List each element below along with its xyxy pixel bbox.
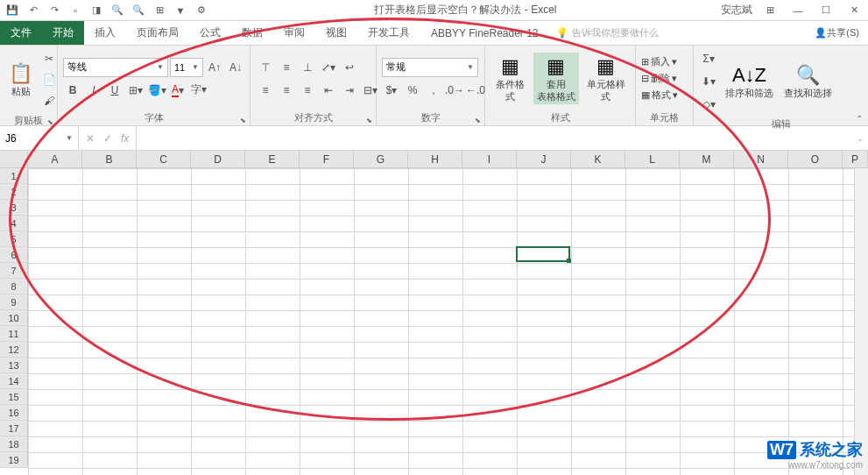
row-header[interactable]: 3 <box>0 200 28 216</box>
qat-item[interactable]: ▫ <box>67 2 84 19</box>
row-header[interactable]: 14 <box>0 373 28 389</box>
decrease-decimal-icon[interactable]: ←.0 <box>466 81 485 100</box>
row-header[interactable]: 4 <box>0 216 28 231</box>
qat-item[interactable]: ◨ <box>88 2 105 19</box>
row-header[interactable]: 10 <box>0 310 28 326</box>
minimize-icon[interactable]: — <box>787 2 808 19</box>
qat-item[interactable]: ⊞ <box>151 2 168 19</box>
column-header[interactable]: E <box>245 151 300 168</box>
font-size-combo[interactable]: 11▼ <box>170 58 203 77</box>
qat-item[interactable]: ⚙ <box>193 2 210 19</box>
tab-formulas[interactable]: 公式 <box>189 21 231 45</box>
orientation-icon[interactable]: ⤢▾ <box>319 58 338 77</box>
row-header[interactable]: 19 <box>0 452 28 468</box>
row-header[interactable]: 11 <box>0 326 28 342</box>
copy-icon[interactable]: 📄 <box>39 70 59 89</box>
row-header[interactable]: 16 <box>0 405 28 421</box>
tab-data[interactable]: 数据 <box>231 21 273 45</box>
comma-icon[interactable]: , <box>424 81 443 100</box>
conditional-format-button[interactable]: ▦ 条件格式 <box>490 53 530 103</box>
fill-color-icon[interactable]: 🪣▾ <box>147 81 166 100</box>
close-icon[interactable]: ✕ <box>843 2 864 19</box>
column-header[interactable]: D <box>191 151 245 168</box>
align-bottom-icon[interactable]: ⊥ <box>298 58 317 77</box>
currency-icon[interactable]: $▾ <box>382 81 401 100</box>
dialog-launcher-icon[interactable]: ⬊ <box>240 117 246 124</box>
column-header[interactable]: I <box>462 151 517 168</box>
delete-cells-button[interactable]: ⊟ 删除 ▾ <box>641 72 678 85</box>
row-header[interactable]: 1 <box>0 168 28 184</box>
borders-icon[interactable]: ⊞▾ <box>126 81 145 100</box>
tab-insert[interactable]: 插入 <box>84 21 126 45</box>
row-header[interactable]: 9 <box>0 294 28 310</box>
column-header[interactable]: N <box>734 151 788 168</box>
italic-button[interactable]: I <box>84 81 103 100</box>
select-all-corner[interactable] <box>0 151 28 168</box>
decrease-font-icon[interactable]: A↓ <box>226 58 245 77</box>
ribbon-options-icon[interactable]: ⊞ <box>759 2 780 19</box>
bold-button[interactable]: B <box>63 81 82 100</box>
row-header[interactable]: 15 <box>0 389 28 405</box>
insert-cells-button[interactable]: ⊞ 插入 ▾ <box>641 55 678 68</box>
row-header[interactable]: 8 <box>0 279 28 294</box>
qat-item[interactable]: 🔍 <box>130 2 147 19</box>
worksheet-grid[interactable]: ABCDEFGHIJKLMNOP 12345678910111213141516… <box>0 151 868 475</box>
autosum-icon[interactable]: Σ▾ <box>699 49 718 68</box>
tab-home[interactable]: 开始 <box>42 21 84 45</box>
tell-me-search[interactable]: 💡 告诉我你想要做什么 <box>549 21 807 45</box>
tab-view[interactable]: 视图 <box>315 21 357 45</box>
function-icon[interactable]: fx <box>121 132 129 145</box>
cancel-formula-icon[interactable]: ✕ <box>86 132 95 145</box>
format-painter-icon[interactable]: 🖌 <box>39 91 59 110</box>
column-header[interactable]: H <box>408 151 462 168</box>
decrease-indent-icon[interactable]: ⇤ <box>319 81 338 100</box>
column-header[interactable]: L <box>625 151 680 168</box>
filter-icon[interactable]: ▼ <box>172 2 189 19</box>
redo-icon[interactable]: ↷ <box>46 2 63 19</box>
tab-abbyy[interactable]: ABBYY FineReader 12 <box>420 21 549 45</box>
vertical-scrollbar[interactable] <box>854 168 868 475</box>
column-header[interactable]: F <box>300 151 354 168</box>
active-cell[interactable] <box>516 246 570 262</box>
column-header[interactable]: J <box>517 151 571 168</box>
align-left-icon[interactable]: ≡ <box>256 81 275 100</box>
column-header[interactable]: B <box>82 151 137 168</box>
align-center-icon[interactable]: ≡ <box>277 81 296 100</box>
number-format-combo[interactable]: 常规▼ <box>382 58 478 77</box>
align-right-icon[interactable]: ≡ <box>298 81 317 100</box>
format-cells-button[interactable]: ▦ 格式 ▾ <box>641 89 678 102</box>
find-select-button[interactable]: 🔍 查找和选择 <box>780 61 836 101</box>
collapse-ribbon-icon[interactable]: ⌃ <box>856 114 863 124</box>
qat-item[interactable]: 🔍 <box>109 2 126 19</box>
dialog-launcher-icon[interactable]: ⬊ <box>366 117 372 124</box>
wrap-text-icon[interactable]: ↩ <box>340 58 359 77</box>
dialog-launcher-icon[interactable]: ⬊ <box>475 117 481 124</box>
sort-filter-button[interactable]: A↓Z 排序和筛选 <box>722 61 777 101</box>
increase-indent-icon[interactable]: ⇥ <box>340 81 359 100</box>
column-header[interactable]: A <box>28 151 82 168</box>
align-top-icon[interactable]: ⊤ <box>256 58 275 77</box>
name-box[interactable]: J6▼ <box>0 126 79 150</box>
font-color-icon[interactable]: A▾ <box>168 81 187 100</box>
column-header[interactable]: M <box>680 151 734 168</box>
save-icon[interactable]: 💾 <box>4 2 21 19</box>
format-as-table-button[interactable]: ▦ 套用 表格格式 <box>533 53 579 103</box>
align-middle-icon[interactable]: ≡ <box>277 58 296 77</box>
row-header[interactable]: 17 <box>0 421 28 436</box>
phonetic-icon[interactable]: 字▾ <box>189 81 208 100</box>
dialog-launcher-icon[interactable]: ⬊ <box>47 118 53 126</box>
row-header[interactable]: 2 <box>0 184 28 200</box>
enter-formula-icon[interactable]: ✓ <box>103 132 112 145</box>
column-header[interactable]: C <box>137 151 191 168</box>
row-header[interactable]: 6 <box>0 247 28 263</box>
row-header[interactable]: 18 <box>0 436 28 452</box>
tab-developer[interactable]: 开发工具 <box>357 21 420 45</box>
column-header[interactable]: K <box>571 151 625 168</box>
tab-review[interactable]: 审阅 <box>273 21 315 45</box>
row-header[interactable]: 7 <box>0 263 28 279</box>
paste-button[interactable]: 📋 粘贴 <box>5 60 36 99</box>
undo-icon[interactable]: ↶ <box>25 2 42 19</box>
maximize-icon[interactable]: ☐ <box>815 2 836 19</box>
increase-decimal-icon[interactable]: .0→ <box>445 81 464 100</box>
increase-font-icon[interactable]: A↑ <box>205 58 224 77</box>
